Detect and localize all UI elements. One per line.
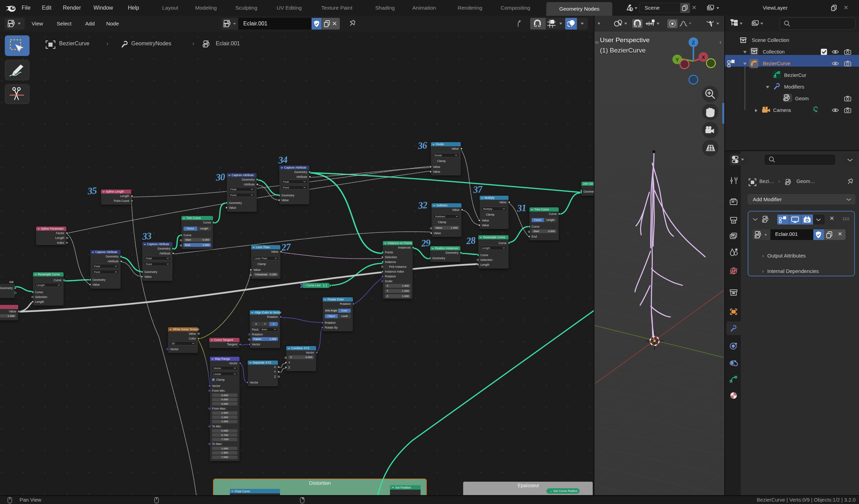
- svg-text:Z: Z: [692, 39, 695, 45]
- svg-text:Y: Y: [676, 57, 679, 62]
- svg-text:X: X: [702, 54, 705, 60]
